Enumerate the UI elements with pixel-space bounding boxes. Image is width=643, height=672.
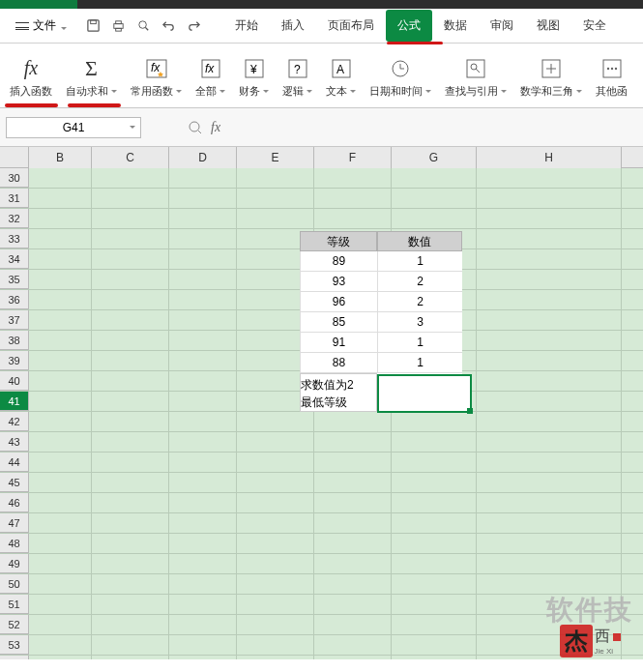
cell[interactable] [169,331,237,351]
tab-safe[interactable]: 安全 [571,10,618,42]
cell[interactable] [477,493,622,513]
cell[interactable] [392,513,477,534]
cell[interactable] [29,209,92,229]
cell[interactable] [29,513,92,534]
datetime-button[interactable]: 日期和时间 [365,44,435,107]
row-header[interactable]: 50 [0,574,29,594]
cell[interactable] [29,249,92,270]
cell[interactable] [29,473,92,493]
cell[interactable] [92,513,169,534]
cell[interactable] [392,209,477,229]
cell[interactable] [314,635,392,656]
cell[interactable] [477,249,622,270]
cell[interactable] [169,473,237,493]
cell[interactable] [169,351,237,371]
cell-level[interactable]: 93 [300,272,377,292]
cell[interactable] [237,574,314,595]
cell[interactable] [314,534,392,554]
cell[interactable] [314,432,392,453]
row-header[interactable]: 36 [0,290,29,309]
cell[interactable] [314,453,392,473]
cell[interactable] [477,432,622,453]
cell[interactable] [92,554,169,574]
cell[interactable] [392,473,477,493]
cell[interactable] [29,493,92,513]
common-fn-button[interactable]: fx 常用函数 [127,44,186,107]
cell[interactable] [392,189,477,209]
cell[interactable] [314,209,392,229]
tab-view[interactable]: 视图 [525,10,571,42]
name-box-input[interactable] [13,121,134,134]
row-header[interactable]: 30 [0,168,29,188]
tab-formula[interactable]: 公式 [386,10,432,42]
cell[interactable] [314,493,392,513]
cell[interactable] [477,209,622,229]
cell[interactable] [237,432,314,453]
cell[interactable] [169,493,237,513]
cell[interactable] [29,554,92,574]
row-header[interactable]: 46 [0,493,29,512]
file-menu[interactable]: 文件 [10,17,73,34]
autosum-button[interactable]: Σ 自动求和 [62,44,121,107]
cell-value[interactable]: 2 [377,272,462,292]
cell[interactable] [29,168,92,189]
undo-icon[interactable] [160,17,177,35]
cell[interactable] [392,595,477,615]
cell[interactable] [29,595,92,615]
cell-value[interactable]: 1 [377,333,462,353]
cell-level[interactable]: 88 [300,353,377,373]
expand-icon[interactable] [188,120,203,135]
cell[interactable] [29,371,92,392]
row-header[interactable]: 35 [0,270,29,289]
cell[interactable] [237,453,314,473]
cell[interactable] [392,432,477,453]
cell[interactable] [477,229,622,249]
cell[interactable] [92,310,169,331]
cell[interactable] [92,351,169,371]
col-header-F[interactable]: F [314,147,392,168]
other-fn-button[interactable]: 其他函 [592,44,631,107]
logic-button[interactable]: ? 逻辑 [278,44,316,107]
cell[interactable] [29,189,92,209]
tab-review[interactable]: 审阅 [479,10,525,42]
cell[interactable] [314,513,392,534]
cell[interactable] [169,534,237,554]
col-header-H[interactable]: H [477,147,622,168]
row-header[interactable]: 39 [0,351,29,370]
cell[interactable] [392,574,477,595]
cell[interactable] [314,574,392,595]
cell[interactable] [237,656,314,659]
lookup-button[interactable]: 查找与引用 [441,44,511,107]
cell[interactable] [237,615,314,635]
cell[interactable] [392,453,477,473]
row-header[interactable]: 48 [0,534,29,553]
cell[interactable] [477,513,622,534]
cell[interactable] [92,229,169,249]
cell[interactable] [29,310,92,331]
cell[interactable] [169,635,237,656]
insert-function-button[interactable]: fx 插入函数 [6,44,56,107]
cell[interactable] [92,595,169,615]
cell[interactable] [29,229,92,249]
row-header[interactable]: 41 [0,392,29,411]
cell-level[interactable]: 89 [300,251,377,272]
row-header[interactable]: 33 [0,229,29,248]
fx-label[interactable]: fx [211,120,220,135]
cell[interactable] [169,574,237,595]
finance-button[interactable]: ¥ 财务 [235,44,273,107]
cell[interactable] [169,270,237,290]
cell[interactable] [392,534,477,554]
cell[interactable] [169,412,237,432]
cell[interactable] [392,615,477,635]
cell[interactable] [477,331,622,351]
cell[interactable] [92,656,169,659]
cell[interactable] [29,453,92,473]
cell[interactable] [477,371,622,392]
col-header-G[interactable]: G [392,147,477,168]
cell[interactable] [169,513,237,534]
cell[interactable] [169,209,237,229]
cell[interactable] [477,168,622,189]
cell[interactable] [92,453,169,473]
row-header[interactable]: 45 [0,473,29,492]
cell[interactable] [392,412,477,432]
